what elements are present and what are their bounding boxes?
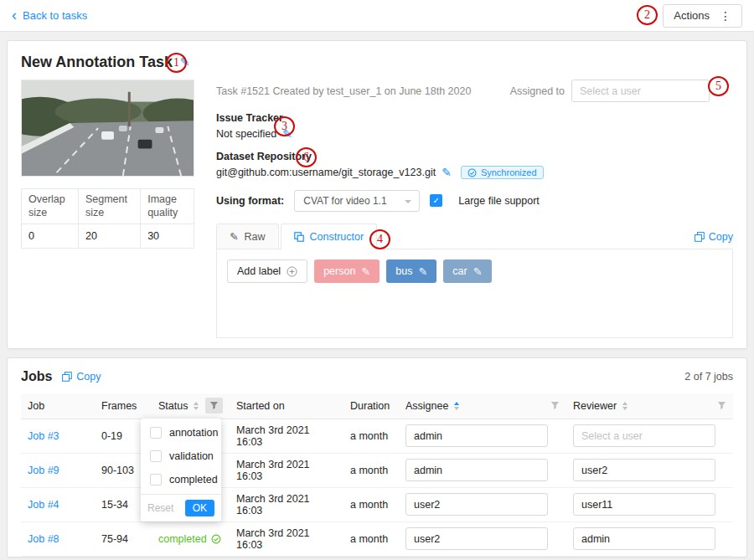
tab-raw-label: Raw bbox=[244, 231, 265, 243]
sort-reviewer-control[interactable] bbox=[622, 402, 627, 410]
reviewer-input[interactable] bbox=[573, 424, 715, 447]
param-header: Segment size bbox=[78, 189, 140, 224]
label-chip-bus[interactable]: bus ✎ bbox=[386, 259, 436, 283]
sort-assignee-control[interactable] bbox=[454, 402, 459, 410]
issue-tracker-label: Issue Tracker bbox=[216, 112, 733, 124]
task-meta-text: Task #1521 Created by test_user_1 on Jun… bbox=[216, 85, 471, 97]
status-filter-dropdown: annotation validation completed Reset OK bbox=[141, 419, 221, 521]
format-select-value: CVAT for video 1.1 bbox=[303, 195, 386, 207]
filter-ok-button[interactable]: OK bbox=[185, 500, 214, 516]
chevron-left-icon: ‹ bbox=[12, 8, 17, 23]
filter-option-validation[interactable]: validation bbox=[141, 444, 221, 468]
tab-constructor-label: Constructor bbox=[310, 231, 364, 243]
filter-status-icon[interactable] bbox=[205, 398, 223, 414]
filter-option-completed[interactable]: completed bbox=[141, 468, 221, 491]
jobs-title: Jobs bbox=[21, 369, 52, 384]
add-label-text: Add label bbox=[237, 265, 281, 277]
param-value: 0 bbox=[22, 224, 79, 249]
job-link[interactable]: Job #3 bbox=[28, 430, 59, 442]
copy-jobs-label: Copy bbox=[76, 371, 101, 383]
pencil-icon: ✎ bbox=[230, 230, 238, 243]
param-header: Overlap size bbox=[22, 189, 79, 224]
large-file-support-label: Large file support bbox=[458, 195, 540, 207]
more-vertical-icon: ⋮ bbox=[720, 9, 731, 23]
tab-constructor[interactable]: Constructor bbox=[281, 223, 378, 249]
job-link[interactable]: Job #8 bbox=[28, 533, 59, 545]
chevron-down-icon bbox=[405, 200, 411, 203]
back-to-tasks-link[interactable]: ‹ Back to tasks bbox=[12, 9, 87, 23]
dataset-repository-label: Dataset Repository bbox=[216, 151, 733, 162]
jobs-card: Jobs Copy 2 of 7 jobs Job Frames Status bbox=[7, 357, 747, 557]
task-right-column: Task #1521 Created by test_user_1 on Jun… bbox=[216, 80, 733, 338]
reviewer-input[interactable] bbox=[573, 527, 715, 550]
assignee-input[interactable] bbox=[405, 459, 548, 481]
label-chip-text: car bbox=[452, 265, 467, 277]
jobs-table-header-row: Job Frames Status Started on Duration bbox=[21, 393, 733, 419]
label-chip-person[interactable]: person ✎ bbox=[314, 259, 380, 283]
duration-cell: a month bbox=[343, 521, 399, 556]
started-cell: March 3rd 2021 16:03 bbox=[230, 521, 343, 556]
assignee-input[interactable] bbox=[405, 424, 548, 447]
duration-cell: a month bbox=[343, 419, 399, 453]
task-title-row: New Annotation Task ✎ bbox=[21, 51, 733, 73]
copy-labels-link[interactable]: Copy bbox=[695, 231, 733, 249]
sync-status-badge: Synchronized bbox=[461, 166, 544, 179]
column-header-assignee: Assignee bbox=[405, 400, 448, 412]
sort-status-control[interactable] bbox=[194, 402, 199, 410]
edit-repository-icon[interactable]: ✎ bbox=[442, 166, 452, 179]
edit-issue-tracker-icon[interactable]: ✎ bbox=[282, 127, 292, 141]
task-preview-image bbox=[21, 80, 194, 177]
label-chip-car[interactable]: car ✎ bbox=[443, 259, 491, 283]
filter-reviewer-icon[interactable] bbox=[717, 401, 726, 410]
assignee-input[interactable] bbox=[405, 527, 548, 550]
block-icon bbox=[294, 232, 304, 242]
copy-icon bbox=[62, 372, 72, 382]
table-row: Job #3 0-19 March 3rd 2021 16:03 a month bbox=[21, 419, 733, 453]
actions-label: Actions bbox=[674, 9, 710, 22]
frames-cell: 75-94 bbox=[95, 521, 152, 556]
status-cell: completed bbox=[152, 521, 230, 556]
duration-cell: a month bbox=[343, 487, 399, 521]
started-cell: March 3rd 2021 16:03 bbox=[230, 419, 343, 453]
filter-assignee-icon[interactable] bbox=[550, 401, 560, 410]
task-left-column: Overlap size Segment size Image quality … bbox=[21, 80, 194, 338]
status-completed-badge: completed bbox=[158, 533, 221, 545]
checkbox-validation[interactable] bbox=[150, 450, 162, 462]
actions-button[interactable]: Actions ⋮ bbox=[663, 4, 742, 28]
assignee-select-input[interactable] bbox=[571, 80, 710, 102]
edit-label-icon[interactable]: ✎ bbox=[418, 265, 427, 278]
started-cell: March 3rd 2021 16:03 bbox=[230, 453, 343, 487]
filter-reset-button[interactable]: Reset bbox=[147, 502, 173, 514]
param-value: 20 bbox=[78, 224, 140, 249]
filter-option-annotation[interactable]: annotation bbox=[141, 421, 221, 444]
jobs-table: Job Frames Status Started on Duration bbox=[21, 393, 733, 557]
table-row: Job #9 90-103 March 3rd 2021 16:03 a mon… bbox=[21, 453, 733, 487]
started-cell: March 3rd 2021 16:03 bbox=[230, 487, 343, 521]
copy-labels-label: Copy bbox=[709, 231, 733, 243]
add-label-button[interactable]: Add label bbox=[227, 259, 307, 283]
large-file-support-checkbox[interactable]: ✓ bbox=[430, 194, 442, 207]
checkbox-annotation[interactable] bbox=[150, 427, 162, 439]
job-link[interactable]: Job #4 bbox=[28, 499, 59, 511]
reviewer-input[interactable] bbox=[573, 459, 715, 481]
edit-label-icon[interactable]: ✎ bbox=[473, 265, 483, 278]
duration-cell: a month bbox=[343, 453, 399, 487]
copy-icon bbox=[695, 232, 705, 242]
edit-title-icon[interactable]: ✎ bbox=[180, 55, 190, 69]
using-format-label: Using format: bbox=[216, 195, 284, 207]
dataset-repository-value: git@github.com:username/git_storage_v123… bbox=[216, 167, 436, 178]
column-header-status: Status bbox=[158, 400, 188, 412]
checkbox-completed[interactable] bbox=[150, 474, 162, 486]
assignee-input[interactable] bbox=[405, 493, 548, 516]
edit-label-icon[interactable]: ✎ bbox=[361, 265, 370, 278]
task-details-card: New Annotation Task ✎ bbox=[7, 40, 747, 349]
jobs-count-text: 2 of 7 jobs bbox=[684, 371, 733, 383]
format-select[interactable]: CVAT for video 1.1 bbox=[294, 190, 420, 212]
tab-raw[interactable]: ✎ Raw bbox=[216, 223, 279, 249]
copy-jobs-link[interactable]: Copy bbox=[62, 371, 101, 383]
reviewer-input[interactable] bbox=[573, 493, 715, 516]
job-link[interactable]: Job #9 bbox=[28, 465, 59, 476]
check-circle-icon bbox=[467, 168, 477, 177]
param-header: Image quality bbox=[141, 189, 194, 224]
column-header-frames: Frames bbox=[101, 400, 137, 412]
